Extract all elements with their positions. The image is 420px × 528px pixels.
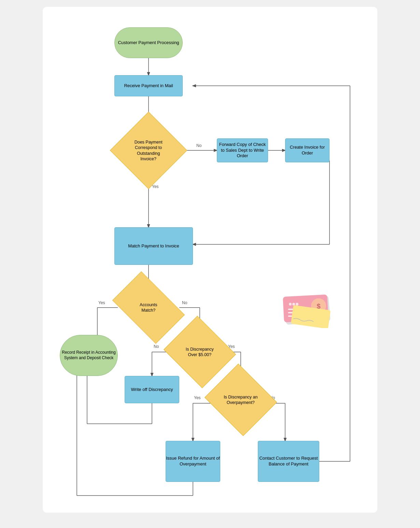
diamond1-node: Does Payment Correspond to Outstanding I… [110, 112, 187, 189]
write-off-label: Write off Discrepancy [131, 387, 173, 393]
receive-mail-label: Receive Payment in Mail [124, 83, 173, 89]
svg-text:Yes: Yes [98, 300, 105, 305]
record-receipt-label: Record Receipt in Accounting System and … [60, 350, 117, 361]
svg-point-46 [296, 303, 298, 306]
flowchart: No Yes Yes No No Yes Yes No Customer Pay… [43, 7, 377, 513]
forward-copy-label: Forward Copy of Check to Sales Dept to W… [217, 142, 268, 159]
write-off-node: Write off Discrepancy [125, 376, 179, 403]
record-receipt-node: Record Receipt in Accounting System and … [60, 335, 118, 376]
contact-customer-node: Contact Customer to Request Balance of P… [258, 441, 319, 482]
check-illustration: $ [282, 290, 336, 328]
match-payment-label: Match Payment to Invoice [128, 243, 179, 249]
issue-refund-label: Issue Refund for Amount of Overpayment [166, 456, 220, 467]
svg-text:No: No [182, 300, 187, 305]
receive-mail-node: Receive Payment in Mail [114, 75, 183, 96]
create-invoice-label: Create Invoice for Order [285, 145, 329, 156]
create-invoice-node: Create Invoice for Order [285, 138, 330, 162]
svg-point-44 [289, 303, 292, 306]
svg-point-45 [292, 303, 295, 306]
flowchart-arrows: No Yes Yes No No Yes Yes No [43, 7, 377, 513]
svg-text:Yes: Yes [194, 395, 201, 400]
match-payment-node: Match Payment to Invoice [114, 227, 193, 265]
page: No Yes Yes No No Yes Yes No Customer Pay… [43, 7, 377, 513]
diamond4-label: Is Discrepancy an Overpayment? [222, 394, 260, 406]
forward-copy-node: Forward Copy of Check to Sales Dept to W… [217, 138, 268, 162]
start-label: Customer Payment Processing [118, 40, 179, 46]
svg-text:No: No [154, 344, 159, 349]
svg-text:Yes: Yes [152, 184, 159, 189]
diamond2-label: Accounts Match? [133, 302, 164, 313]
issue-refund-node: Issue Refund for Amount of Overpayment [166, 441, 220, 482]
contact-customer-label: Contact Customer to Request Balance of P… [258, 456, 319, 467]
svg-text:No: No [196, 143, 202, 148]
diamond3-label: Is Discrepancy Over $5.00? [181, 347, 219, 358]
start-node: Customer Payment Processing [114, 27, 183, 58]
diamond2-node: Accounts Match? [112, 271, 185, 344]
diamond1-label: Does Payment Correspond to Outstanding I… [130, 139, 167, 162]
